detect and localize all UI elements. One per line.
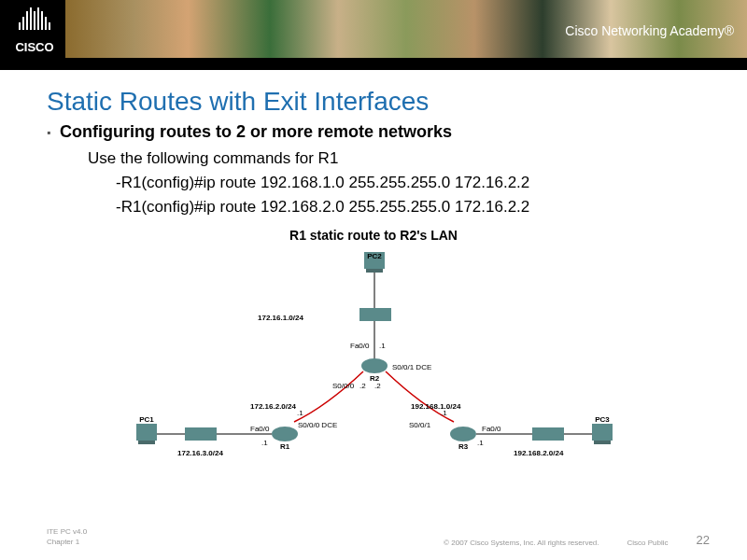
net1-label: 172.16.3.0/24 — [177, 449, 223, 457]
slide-title: Static Routes with Exit Interfaces — [47, 87, 700, 117]
slide-footer: ITE PC v4.0 Chapter 1 © 2007 Cisco Syste… — [47, 527, 710, 547]
oct-r3s1: .1 — [441, 409, 447, 417]
r3-icon — [450, 427, 476, 441]
footer-copyright: © 2007 Cisco Systems, Inc. All rights re… — [444, 539, 599, 547]
footer-course: ITE PC v4.0 — [47, 527, 87, 537]
pc2-label: PC2 — [367, 252, 382, 260]
command-1: -R1(config)#ip route 192.168.1.0 255.255… — [116, 174, 700, 192]
svg-rect-11 — [136, 424, 157, 441]
switch-right-icon — [532, 427, 564, 441]
slide-content: Static Routes with Exit Interfaces Confi… — [0, 70, 747, 495]
subheading: Configuring routes to 2 or more remote n… — [47, 122, 700, 142]
footer-chapter: Chapter 1 — [47, 538, 87, 547]
s001dce: S0/0/1 DCE — [392, 363, 431, 371]
net2-label: 172.16.2.0/24 — [250, 402, 296, 411]
svg-rect-3 — [359, 308, 391, 321]
command-2: -R1(config)#ip route 192.168.2.0 255.255… — [116, 198, 700, 217]
s000: S0/0/0 — [332, 382, 355, 390]
page-number: 22 — [697, 533, 710, 547]
cisco-logo-text: CISCO — [9, 40, 60, 54]
svg-point-6 — [272, 427, 298, 441]
oct-r2-fa: .1 — [379, 342, 386, 350]
svg-rect-14 — [532, 427, 564, 441]
svg-rect-9 — [185, 427, 217, 441]
svg-rect-16 — [592, 424, 613, 441]
pc1-icon — [136, 424, 157, 444]
oct22a: .2 — [359, 382, 366, 390]
pc3-label: PC3 — [595, 415, 610, 424]
fa00-r3: Fa0/0 — [482, 425, 501, 433]
svg-rect-1 — [366, 269, 383, 273]
r1-label: R1 — [280, 442, 290, 451]
switch-left-icon — [185, 427, 217, 441]
r2-icon — [361, 358, 388, 373]
instruction-line: Use the following commands for R1 — [88, 149, 700, 168]
net3-label: 172.16.1.0/24 — [258, 314, 303, 322]
academy-brand: Cisco Networking Academy® — [565, 23, 734, 38]
footer-public: Cisco Public — [627, 539, 669, 547]
oct-r3fa: .1 — [477, 439, 484, 447]
switch-top-icon — [359, 308, 391, 321]
network-diagram: R1 static route to R2's LAN PC2 172.16.1… — [112, 228, 635, 495]
r1-icon — [272, 427, 298, 441]
header-strip — [0, 58, 747, 70]
svg-rect-12 — [138, 441, 155, 444]
oct-r1s1: .1 — [297, 409, 303, 417]
net5-label: 192.168.2.0/24 — [514, 449, 564, 457]
s000dce: S0/0/0 DCE — [298, 421, 337, 429]
net4-label: 192.168.1.0/24 — [411, 402, 461, 411]
oct-r1fa: .1 — [261, 439, 268, 447]
fa00-r2: Fa0/0 — [350, 342, 370, 350]
serial-r1-r2 — [294, 371, 363, 422]
fa00-r1: Fa0/0 — [250, 425, 270, 433]
diagram-title: R1 static route to R2's LAN — [112, 228, 635, 243]
s001: S0/0/1 — [409, 421, 431, 429]
svg-rect-17 — [594, 441, 611, 444]
topology-svg: PC2 172.16.1.0/24 Fa0/0 .1 R2 S0/0/1 DCE… — [112, 252, 635, 476]
pc3-icon — [592, 424, 613, 444]
header-band: CISCO Cisco Networking Academy® — [0, 0, 747, 70]
cisco-logo: CISCO — [9, 7, 60, 62]
oct22b: .2 — [374, 382, 381, 390]
svg-point-5 — [361, 358, 388, 373]
svg-point-7 — [450, 427, 476, 441]
r3-label: R3 — [458, 442, 469, 451]
pc1-label: PC1 — [139, 415, 154, 424]
